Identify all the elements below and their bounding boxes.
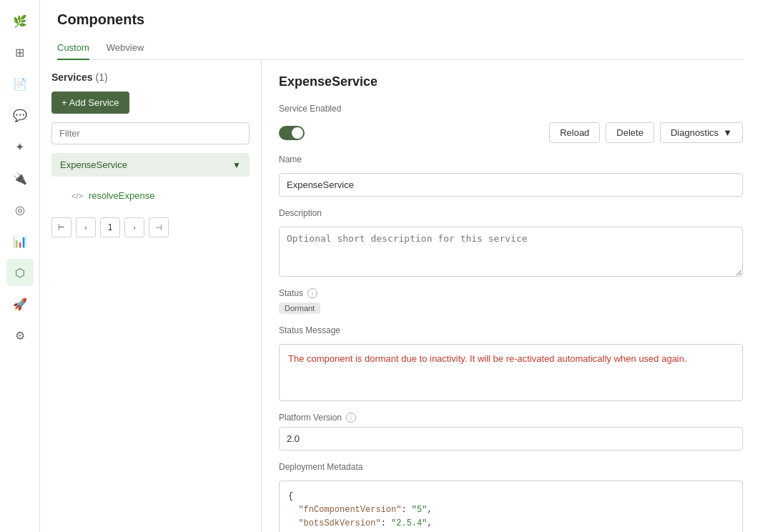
tab-custom[interactable]: Custom [57,36,89,60]
add-service-button[interactable]: + Add Service [51,92,129,114]
body-layout: Services (1) + Add Service ExpenseServic… [40,60,760,532]
platform-version-label-row: Platform Version i [279,413,743,423]
next-page-button[interactable]: › [124,217,144,237]
status-message-box: The component is dormant due to inactivi… [279,344,743,401]
status-label-row: Status i [279,288,743,298]
description-label: Description [279,208,743,218]
page-title: Components [57,11,743,28]
sidebar-item-badge[interactable]: ◎ [6,196,34,223]
deployment-metadata-box: { "fnComponentVersion": "5", "botsSdkVer… [279,481,743,532]
sidebar-item-deploy[interactable]: 🚀 [6,290,34,317]
sidebar-item-grid[interactable]: ⊞ [6,39,34,66]
right-panel: ExpenseService Service Enabled Reload De… [262,60,760,532]
name-input[interactable] [279,173,743,197]
service-title: ExpenseService [279,74,743,89]
sidebar-item-chat[interactable]: 💬 [6,102,34,129]
left-panel: Services (1) + Add Service ExpenseServic… [40,60,262,532]
description-section: Description [279,208,743,277]
component-icon: ⬡ [15,266,25,280]
platform-info-icon[interactable]: i [346,413,356,423]
filter-input[interactable] [51,122,250,144]
page-header: Components Custom Webview [40,0,760,60]
current-page: 1 [100,217,120,237]
sidebar: 🌿 ⊞ 📄 💬 ✦ 🔌 ◎ 📊 ⬡ 🚀 ⚙ [0,0,40,532]
toggle-knob [292,127,303,139]
sidebar-item-chart[interactable]: 📊 [6,227,34,255]
delete-button[interactable]: Delete [606,122,654,143]
action-buttons: Reload Delete Diagnostics ▼ [549,122,743,143]
reload-button[interactable]: Reload [549,122,600,143]
service-enabled-section: Service Enabled Reload Delete Diagnostic… [279,104,743,143]
sidebar-item-settings[interactable]: ⚙ [6,322,34,349]
platform-version-label: Platform Version [279,413,342,423]
service-child-label: resolveExpense [89,190,155,201]
dormant-badge: Dormant [279,302,320,314]
platform-version-section: Platform Version i 2.0 [279,413,743,450]
status-label: Status [279,288,303,298]
service-child-resolve[interactable]: </> resolveExpense [51,185,250,206]
services-label-text: Services [51,72,93,83]
pagination: ⊢ ‹ 1 › ⊣ [51,217,250,237]
service-enabled-row: Reload Delete Diagnostics ▼ [279,122,743,143]
plugin-icon: 🔌 [13,172,27,185]
sidebar-item-leaf[interactable]: 🌿 [6,7,34,34]
diagnostics-button[interactable]: Diagnostics ▼ [660,122,743,143]
sidebar-item-sparkle[interactable]: ✦ [6,133,34,160]
services-label: Services (1) [51,72,108,83]
deploy-icon: 🚀 [13,297,27,311]
service-enabled-toggle[interactable] [279,126,305,140]
chart-icon: 📊 [13,235,27,248]
sidebar-item-plugin[interactable]: 🔌 [6,164,34,192]
diagnostics-chevron-icon: ▼ [723,127,732,138]
leaf-icon: 🌿 [13,14,27,28]
code-icon: </> [71,192,83,200]
status-message-label: Status Message [279,325,743,335]
name-section: Name [279,154,743,197]
sidebar-item-file[interactable]: 📄 [6,70,34,97]
service-enabled-label: Service Enabled [279,104,743,114]
prev-page-button[interactable]: ‹ [76,217,96,237]
file-icon: 📄 [13,77,27,91]
diagnostics-label: Diagnostics [671,127,719,138]
status-message-section: Status Message The component is dormant … [279,325,743,401]
status-section: Status i Dormant [279,288,743,314]
deployment-metadata-section: Deployment Metadata { "fnComponentVersio… [279,462,743,532]
chevron-down-icon: ▼ [232,160,241,170]
first-page-button[interactable]: ⊢ [51,217,71,237]
tab-webview[interactable]: Webview [107,36,144,60]
service-item-expense[interactable]: ExpenseService ▼ [51,153,250,177]
status-info-icon[interactable]: i [307,288,317,298]
main-content: Components Custom Webview Services (1) +… [40,0,760,532]
description-textarea[interactable] [279,227,743,277]
services-header: Services (1) [51,72,250,83]
sparkle-icon: ✦ [15,140,24,154]
services-count: (1) [96,72,108,83]
service-item-label: ExpenseService [60,159,127,170]
chat-icon: 💬 [13,109,27,122]
tabs-container: Custom Webview [57,36,743,60]
sidebar-item-component[interactable]: ⬡ [6,259,34,286]
grid-icon: ⊞ [15,46,24,59]
settings-icon: ⚙ [15,329,25,343]
deployment-metadata-label: Deployment Metadata [279,462,743,472]
platform-version-value: 2.0 [279,427,743,450]
last-page-button[interactable]: ⊣ [149,217,169,237]
name-label: Name [279,154,743,164]
badge-icon: ◎ [15,203,25,217]
